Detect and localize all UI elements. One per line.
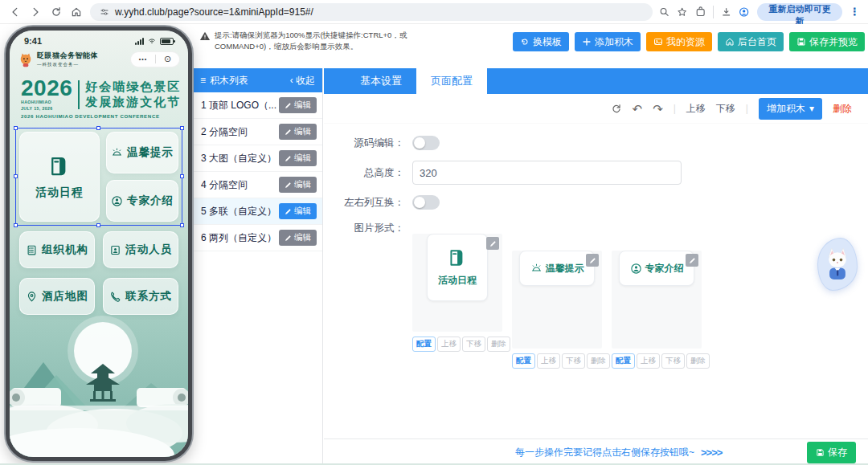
delete-button[interactable]: 删除 — [487, 337, 510, 352]
save-button[interactable]: 保存 — [807, 442, 856, 463]
config-button[interactable]: 配置 — [612, 353, 635, 369]
selected-block[interactable]: 活动日程 温馨提示 专家介绍 — [19, 132, 178, 222]
collapse-button[interactable]: ‹ 收起 — [290, 74, 315, 88]
move-down-link[interactable]: 下移 — [716, 102, 735, 116]
refresh-icon — [520, 37, 530, 47]
backend-home-button[interactable]: 后台首页 — [718, 32, 784, 51]
pencil-icon — [285, 182, 292, 189]
card-participants[interactable]: 活动人员 — [103, 231, 178, 268]
move-up-link[interactable]: 上移 — [686, 102, 706, 116]
move-down-button[interactable]: 下移 — [562, 353, 585, 369]
download-icon[interactable] — [721, 6, 731, 18]
change-template-button[interactable]: 换模板 — [513, 32, 569, 51]
tab-page-config[interactable]: 页面配置 — [416, 68, 487, 94]
site-settings-icon[interactable] — [100, 7, 109, 17]
plus-icon — [582, 37, 592, 47]
card-activity-schedule[interactable]: 活动日程 — [19, 132, 100, 222]
wifi-icon — [147, 37, 157, 45]
card-warm-tips[interactable]: 温馨提示 — [106, 132, 178, 173]
block-item-4[interactable]: 4 分隔空间 编辑 — [193, 172, 322, 198]
tab-basic-settings[interactable]: 基本设置 — [346, 68, 416, 94]
block-item-6[interactable]: 6 两列（自定义） 编辑 — [193, 225, 322, 251]
card-contact[interactable]: 联系方式 — [103, 278, 178, 315]
image-form-label: 图片形式： — [324, 222, 404, 235]
edit-button[interactable]: 编辑 — [279, 230, 317, 246]
source-edit-toggle[interactable] — [412, 136, 440, 150]
zoom-icon[interactable] — [659, 6, 669, 18]
pencil-icon — [285, 208, 292, 215]
forward-icon[interactable] — [29, 5, 43, 19]
refresh-icon[interactable] — [611, 103, 622, 114]
save-preview-button[interactable]: 保存并预览 — [789, 32, 865, 51]
chevron-down-icon: ▾ — [809, 103, 814, 114]
edit-button[interactable]: 编辑 — [279, 97, 317, 113]
more-icon[interactable]: ••• — [139, 56, 147, 62]
home-icon[interactable] — [70, 5, 84, 19]
image-form-cards: 活动日程 配置 上移 下移 删除 — [412, 220, 702, 369]
delete-button[interactable]: 删除 — [686, 353, 710, 369]
move-down-button[interactable]: 下移 — [661, 353, 685, 369]
card-organization[interactable]: 组织机构 — [19, 231, 95, 268]
swap-columns-toggle[interactable] — [412, 195, 440, 210]
block-item-2[interactable]: 2 分隔空间 编辑 — [193, 119, 322, 145]
card-edit-icon[interactable] — [586, 254, 599, 267]
delete-button[interactable]: 删除 — [587, 353, 610, 369]
phone-brand-name: 眨眼猫会务智能体 — [37, 51, 98, 61]
image-card-activity[interactable]: 活动日程 — [412, 234, 502, 332]
save-icon — [816, 448, 825, 457]
profile-icon[interactable] — [739, 6, 749, 18]
add-block-dropdown-button[interactable]: 增加积木 ▾ — [759, 98, 822, 120]
move-down-button[interactable]: 下移 — [462, 337, 485, 352]
back-icon[interactable] — [8, 5, 23, 19]
block-list-title: 积木列表 — [210, 74, 248, 88]
total-height-input[interactable] — [412, 161, 682, 185]
org-icon — [26, 244, 38, 256]
save-tip-text: 每一步操作完要记得点击右侧保存按钮哦~ — [515, 446, 694, 459]
move-up-button[interactable]: 上移 — [637, 353, 660, 369]
edit-button-active[interactable]: 编辑 — [279, 203, 317, 219]
image-card-tips[interactable]: 温馨提示 — [512, 251, 602, 349]
edit-button[interactable]: 编辑 — [279, 150, 317, 166]
browser-update-button[interactable]: 重新启动即可更新 — [757, 3, 842, 21]
block-list-header: ≡积木列表 ‹ 收起 — [193, 68, 322, 92]
block-item-1[interactable]: 1 顶部 LOGO（... 编辑 — [193, 92, 322, 119]
title-line2: 发展旅游文化节 — [85, 95, 181, 110]
card-hotel-map[interactable]: 酒店地图 — [19, 278, 95, 315]
toolbar-divider: | — [746, 103, 748, 114]
phone-brand-subtitle: —科技改变会务— — [37, 62, 98, 67]
edit-button[interactable]: 编辑 — [279, 124, 317, 140]
miniapp-capsule[interactable]: ••• ⊙ — [130, 51, 180, 67]
edit-button[interactable]: 编辑 — [279, 177, 317, 193]
add-block-button[interactable]: 添加积木 — [575, 32, 641, 51]
pencil-icon — [285, 102, 292, 109]
card-edit-icon[interactable] — [486, 237, 499, 250]
card-edit-icon[interactable] — [686, 254, 698, 267]
edit-toolbar: ↶ ↷ | 上移 下移 | 增加积木 ▾ 删除 — [324, 94, 868, 124]
reload-icon[interactable] — [49, 5, 63, 19]
tab-bar: 基本设置 页面配置 — [324, 68, 868, 94]
my-resources-button[interactable]: 我的资源 — [646, 32, 712, 51]
browser-menu-icon[interactable]: ⋮ — [850, 6, 860, 18]
bookmark-star-icon[interactable] — [677, 6, 687, 18]
block-item-3[interactable]: 3 大图（自定义） 编辑 — [193, 145, 322, 172]
card-expert-intro[interactable]: 专家介绍 — [106, 180, 178, 222]
move-up-button[interactable]: 上移 — [437, 337, 461, 352]
block-item-5-active[interactable]: 5 多联（自定义） 编辑 — [193, 198, 322, 225]
block-list-panel: ≡积木列表 ‹ 收起 1 顶部 LOGO（... 编辑 2 分隔空间 编辑 3 … — [193, 68, 323, 465]
event-title-block: 2026 HAOHUIMIAO JULY 15, 2026 好会喵绿色景区 发展… — [21, 78, 188, 119]
move-up-button[interactable]: 上移 — [537, 353, 560, 369]
address-bar[interactable]: w.yyhd.club/page?source=1&miniAppId=915#… — [90, 3, 653, 21]
image-card-experts[interactable]: 专家介绍 — [612, 251, 702, 349]
delete-link[interactable]: 删除 — [833, 102, 852, 116]
config-button[interactable]: 配置 — [412, 337, 436, 352]
mascot-logo — [18, 51, 34, 67]
redo-icon[interactable]: ↷ — [653, 103, 663, 115]
extensions-icon[interactable] — [695, 6, 706, 18]
toolbar-divider: | — [674, 103, 676, 114]
chevrons-right-icon: >>>> — [701, 447, 722, 459]
close-target-icon[interactable]: ⊙ — [164, 55, 171, 63]
app-screen: w.yyhd.club/page?source=1&miniAppId=915#… — [0, 0, 868, 465]
config-button[interactable]: 配置 — [512, 353, 535, 369]
phone-preview: 9:41 眨眼猫会务智能体 —科技改变会务— — [6, 27, 192, 461]
undo-icon[interactable]: ↶ — [633, 103, 643, 115]
